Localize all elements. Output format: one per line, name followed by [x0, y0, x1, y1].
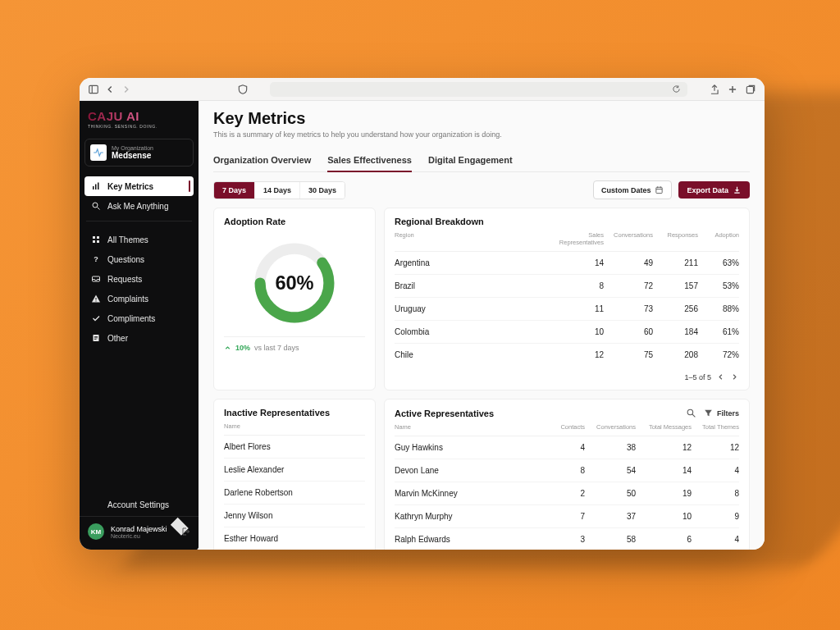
nav-label: Requests	[107, 275, 142, 284]
page-prev-icon[interactable]	[716, 372, 725, 381]
privacy-shield-icon[interactable]	[237, 84, 249, 95]
page-subtitle: This is a summary of key metrics to help…	[213, 130, 750, 139]
nav-label: Ask Me Anything	[107, 202, 168, 211]
card-title: Active Representatives	[395, 409, 679, 418]
nav-label: Key Metrics	[107, 182, 153, 191]
new-tab-icon[interactable]	[727, 84, 738, 95]
adoption-rate-card: Adoption Rate 60% 10% vs last 7 days	[213, 208, 376, 390]
table-row[interactable]: Brazil87215753%	[395, 275, 739, 298]
tab-organization-overview[interactable]: Organization Overview	[213, 148, 311, 171]
trend-up-icon	[224, 345, 231, 352]
table-header: Name	[224, 418, 365, 436]
user-card[interactable]: KM Konrad Majewski Neoteric.eu	[80, 516, 199, 543]
adoption-value: 60%	[275, 272, 313, 294]
table-row[interactable]: Albert Flores	[224, 436, 365, 459]
card-title: Regional Breakdown	[395, 217, 739, 226]
nav-label: Other	[107, 334, 128, 343]
custom-dates-button[interactable]: Custom Dates	[593, 180, 673, 199]
calendar-icon	[655, 185, 664, 194]
active-reps-card: Active Representatives Filters Name Cont…	[384, 399, 750, 550]
table-row[interactable]: Devon Lane854144	[395, 459, 739, 482]
button-label: Export Data	[687, 186, 728, 194]
card-title: Inactive Representatives	[224, 408, 365, 418]
nav-label: Compliments	[107, 314, 155, 323]
filters-label: Filters	[717, 409, 739, 418]
table-header: Name Contacts Conversations Total Messag…	[395, 418, 739, 436]
table-row[interactable]: Esther Howard	[224, 527, 365, 550]
table-row[interactable]: Ralph Edwards35864	[395, 528, 739, 550]
logout-icon[interactable]	[180, 527, 190, 536]
nav-back-icon[interactable]	[104, 84, 116, 95]
url-bar[interactable]	[270, 82, 687, 97]
pagination: 1–5 of 5	[395, 366, 739, 381]
table-row[interactable]: Jenny Wilson	[224, 504, 365, 527]
nav-key-metrics[interactable]: Key Metrics	[84, 176, 194, 196]
nav-label: All Themes	[107, 235, 148, 244]
nav-label: Account Settings	[107, 500, 169, 509]
org-label: My Organization	[112, 145, 153, 151]
table-row[interactable]: Chile127520872%	[395, 344, 739, 366]
user-domain: Neoteric.eu	[111, 533, 167, 539]
browser-chrome	[80, 78, 765, 101]
tab-sales-effectiveness[interactable]: Sales Effectiveness	[327, 148, 412, 171]
table-header: Region Sales Representatives Conversatio…	[395, 226, 739, 252]
inactive-reps-card: Inactive Representatives Name Albert Flo…	[213, 399, 376, 550]
nav-account-settings[interactable]: Account Settings	[84, 493, 194, 516]
export-data-button[interactable]: Export Data	[678, 181, 750, 199]
download-icon	[733, 185, 742, 194]
share-icon[interactable]	[709, 84, 720, 95]
table-row[interactable]: Uruguay117325688%	[395, 298, 739, 321]
range-7-days[interactable]: 7 Days	[214, 182, 255, 199]
page-tabs: Organization Overview Sales Effectivenes…	[213, 148, 750, 172]
bar-chart-icon	[91, 181, 101, 191]
table-row[interactable]: Argentina144921163%	[395, 252, 739, 275]
adoption-delta: 10%	[235, 344, 250, 352]
sidebar-toggle-icon[interactable]	[88, 84, 99, 95]
filter-icon	[703, 408, 714, 418]
sidebar: CAJU AI THINKING. SENSING. DOING. My Org…	[80, 101, 199, 550]
main-content: Key Metrics This is a summary of key met…	[199, 101, 765, 550]
range-30-days[interactable]: 30 Days	[300, 182, 345, 199]
page-next-icon[interactable]	[730, 372, 739, 381]
filters-button[interactable]: Filters	[703, 408, 739, 418]
gear-icon	[91, 500, 101, 509]
table-row[interactable]: Kathryn Murphy737109	[395, 505, 739, 528]
search-icon	[686, 408, 696, 418]
nav-other[interactable]: Other	[84, 328, 194, 348]
search-button[interactable]	[686, 408, 696, 418]
app-window: CAJU AI THINKING. SENSING. DOING. My Org…	[80, 78, 765, 550]
page-indicator: 1–5 of 5	[684, 373, 711, 381]
page-title: Key Metrics	[213, 109, 750, 128]
adoption-donut-chart: 60%	[249, 238, 340, 328]
table-row[interactable]: Darlene Robertson	[224, 482, 365, 504]
divider	[86, 221, 192, 221]
tab-overview-icon[interactable]	[745, 84, 756, 95]
brand-name: CAJU AI	[88, 109, 190, 123]
date-range-segment: 7 Days 14 Days 30 Days	[213, 181, 345, 199]
table-row[interactable]: Marvin McKinney250198	[395, 482, 739, 505]
regional-breakdown-card: Regional Breakdown Region Sales Represen…	[384, 208, 750, 390]
document-icon	[91, 333, 101, 343]
reload-icon[interactable]	[672, 84, 681, 94]
table-row[interactable]: Leslie Alexander	[224, 459, 365, 482]
table-row[interactable]: Guy Hawkins4381212	[395, 436, 739, 459]
user-name: Konrad Majewski	[111, 525, 167, 533]
range-14-days[interactable]: 14 Days	[255, 182, 300, 199]
button-label: Custom Dates	[601, 186, 651, 194]
table-row[interactable]: Colombia106018461%	[395, 321, 739, 344]
toolbar: 7 Days 14 Days 30 Days Custom Dates Expo…	[213, 180, 750, 199]
nav-forward-icon[interactable]	[121, 84, 132, 95]
user-avatar: KM	[88, 523, 104, 540]
tab-digital-engagement[interactable]: Digital Engagement	[428, 148, 513, 171]
nav-label: Questions	[107, 255, 144, 264]
org-name: Medsense	[112, 151, 153, 160]
adoption-compare: vs last 7 days	[254, 344, 299, 352]
nav-label: Complaints	[107, 294, 148, 304]
brand-tagline: THINKING. SENSING. DOING.	[88, 124, 190, 129]
card-title: Adoption Rate	[224, 217, 285, 226]
